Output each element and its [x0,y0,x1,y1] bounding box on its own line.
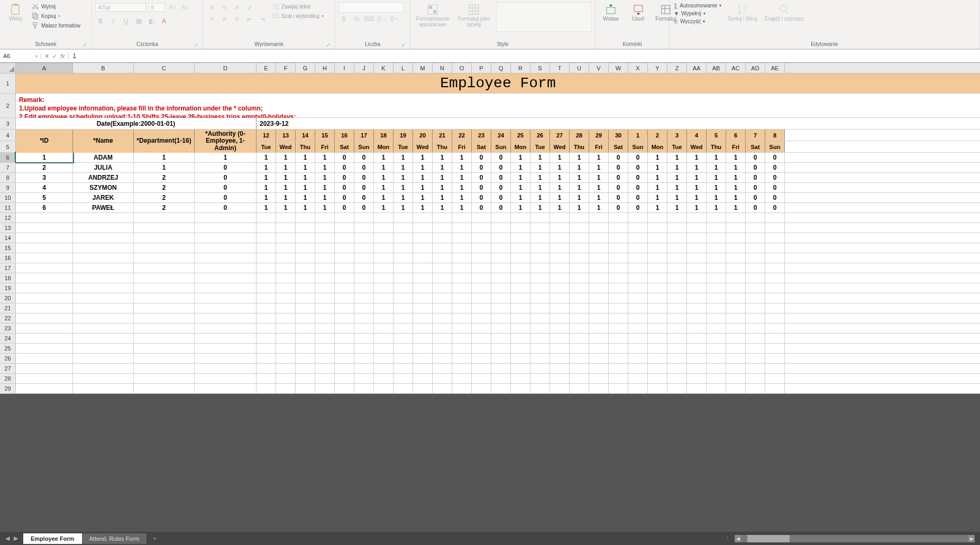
empty-cell[interactable] [628,273,648,283]
column-header-A[interactable]: A [16,63,73,73]
insert-cells-button[interactable]: Wstaw [599,2,623,23]
empty-cell[interactable] [433,223,452,233]
empty-cell[interactable] [276,324,296,333]
day-name-header[interactable]: Fri [589,141,609,152]
empty-cell[interactable] [648,243,667,253]
empty-cell[interactable] [73,324,134,333]
empty-cell[interactable] [609,243,628,253]
schedule-cell[interactable]: 1 [433,163,452,172]
schedule-cell[interactable]: 1 [648,163,667,172]
empty-cell[interactable] [530,253,550,263]
empty-cell[interactable] [73,233,134,243]
empty-cell[interactable] [530,293,550,303]
schedule-cell[interactable]: 0 [472,153,491,162]
row-header[interactable]: 29 [0,384,16,393]
day-num-header[interactable]: 19 [393,130,413,141]
empty-cell[interactable] [315,303,335,313]
day-name-header[interactable]: Thu [296,141,315,152]
empty-cell[interactable] [530,334,550,343]
empty-cell[interactable] [765,243,785,253]
schedule-cell[interactable]: 1 [413,193,433,202]
row-header[interactable]: 25 [0,344,16,353]
data-cell[interactable]: 2 [16,163,73,172]
column-header-Y[interactable]: Y [648,63,667,73]
data-cell[interactable]: 1 [16,153,73,162]
day-num-header[interactable]: 7 [746,130,765,141]
empty-cell[interactable] [276,253,296,263]
grow-font-button[interactable]: A↑ [167,2,178,13]
column-header-Q[interactable]: Q [491,63,511,73]
empty-cell[interactable] [726,334,746,343]
empty-cell[interactable] [374,243,393,253]
schedule-cell[interactable]: 0 [472,163,491,172]
schedule-cell[interactable]: 0 [491,163,511,172]
empty-cell[interactable] [195,283,257,293]
empty-cell[interactable] [550,364,570,373]
empty-cell[interactable] [16,384,73,393]
header-name[interactable]: *Name [73,130,134,153]
empty-cell[interactable] [374,273,393,283]
empty-cell[interactable] [374,233,393,243]
empty-cell[interactable] [276,263,296,273]
empty-cell[interactable] [530,213,550,223]
empty-cell[interactable] [195,334,257,343]
empty-cell[interactable] [472,344,491,353]
empty-cell[interactable] [413,374,433,383]
day-num-header[interactable]: 8 [765,130,785,141]
schedule-cell[interactable]: 0 [746,163,765,172]
empty-cell[interactable] [335,374,354,383]
dialog-launcher-icon[interactable]: ⤢ [401,42,406,48]
empty-cell[interactable] [393,354,413,363]
column-header-F[interactable]: F [276,63,296,73]
empty-cell[interactable] [16,223,73,233]
day-name-header[interactable]: Sun [628,141,648,152]
empty-cell[interactable] [257,374,276,383]
empty-cell[interactable] [667,233,687,243]
empty-cell[interactable] [609,344,628,353]
empty-cell[interactable] [530,313,550,323]
day-name-header[interactable]: Thu [570,141,589,152]
empty-cell[interactable] [530,223,550,233]
empty-cell[interactable] [472,374,491,383]
row-header[interactable]: 26 [0,354,16,363]
empty-cell[interactable] [16,293,73,303]
empty-cell[interactable] [765,364,785,373]
empty-cell[interactable] [335,233,354,243]
empty-cell[interactable] [491,384,511,393]
empty-cell[interactable] [550,344,570,353]
empty-cell[interactable] [257,263,276,273]
schedule-cell[interactable]: 0 [354,153,374,162]
empty-cell[interactable] [746,243,765,253]
empty-cell[interactable] [628,344,648,353]
empty-cell[interactable] [276,313,296,323]
schedule-cell[interactable]: 1 [413,153,433,162]
empty-cell[interactable] [335,213,354,223]
empty-cell[interactable] [433,213,452,223]
schedule-cell[interactable]: 1 [433,193,452,202]
empty-cell[interactable] [511,313,530,323]
schedule-cell[interactable]: 0 [628,193,648,202]
day-name-header[interactable]: Sat [335,141,354,152]
empty-cell[interactable] [16,283,73,293]
empty-cell[interactable] [570,303,589,313]
fill-color-button[interactable]: ◧ [146,16,157,26]
empty-cell[interactable] [628,233,648,243]
empty-cell[interactable] [550,263,570,273]
data-cell[interactable]: 1 [134,163,195,172]
empty-cell[interactable] [550,354,570,363]
empty-cell[interactable] [374,324,393,333]
empty-cell[interactable] [73,283,134,293]
empty-cell[interactable] [609,263,628,273]
empty-cell[interactable] [667,293,687,303]
empty-cell[interactable] [726,303,746,313]
empty-cell[interactable] [452,293,472,303]
empty-cell[interactable] [628,354,648,363]
data-cell[interactable]: 2 [134,173,195,182]
row-header[interactable]: 7 [0,163,16,172]
empty-cell[interactable] [472,213,491,223]
empty-cell[interactable] [296,233,315,243]
empty-cell[interactable] [335,324,354,333]
empty-cell[interactable] [707,283,726,293]
empty-cell[interactable] [433,283,452,293]
empty-cell[interactable] [609,293,628,303]
